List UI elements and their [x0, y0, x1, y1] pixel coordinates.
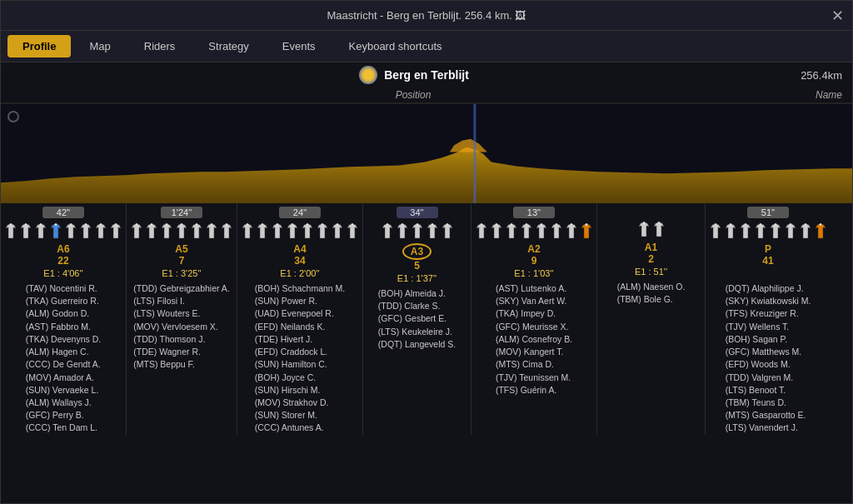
- profile-chart: [1, 103, 852, 203]
- tab-strategy[interactable]: Strategy: [193, 35, 263, 57]
- svg-point-11: [136, 223, 138, 226]
- tab-keyboard[interactable]: Keyboard shortcuts: [334, 35, 457, 57]
- svg-point-38: [586, 223, 588, 226]
- svg-point-36: [556, 223, 558, 226]
- svg-point-32: [496, 223, 498, 226]
- rider-icon: [205, 223, 218, 240]
- gap-badge-g4: 34'': [397, 207, 438, 218]
- svg-point-40: [657, 222, 660, 224]
- route-icon: [359, 66, 377, 84]
- tab-profile[interactable]: Profile: [7, 35, 71, 57]
- svg-point-33: [511, 223, 513, 226]
- rider-icon: [637, 222, 651, 238]
- riders-list-g7: (DQT) Alaphilippe J.(SKY) Kwiatkowski M.…: [726, 282, 811, 435]
- svg-point-41: [715, 223, 717, 226]
- list-item: (UAD) Evenepoel R.: [255, 307, 346, 320]
- list-item: (ALM) Naesen O.: [617, 281, 686, 293]
- rider-icon: [565, 223, 578, 240]
- list-item: (TAV) Nocentini R.: [26, 282, 101, 295]
- route-header: Berg en Terblijt 256.4km: [1, 62, 852, 87]
- rider-icon: [160, 223, 173, 240]
- list-item: (BOH) Schachmann M.: [255, 282, 346, 295]
- rider-icon: [316, 223, 329, 240]
- svg-point-9: [100, 223, 102, 226]
- group-count-g1: 22: [57, 255, 68, 267]
- list-item: (CCC) Antunes A.: [255, 422, 346, 434]
- list-item: (CCC) De Gendt A.: [26, 358, 101, 371]
- svg-marker-1: [450, 139, 487, 152]
- group-code-g7: P: [765, 243, 771, 255]
- list-item: (TBM) Bole G.: [617, 293, 686, 306]
- svg-point-15: [196, 223, 198, 226]
- rider-icon: [550, 223, 563, 240]
- list-item: (SUN) Storer M.: [255, 409, 346, 422]
- group-code-g6: A1: [645, 242, 657, 253]
- list-item: (TDD) Valgren M.: [726, 372, 811, 384]
- rider-icon: [271, 223, 284, 240]
- riders-list-g6: (ALM) Naesen O.(TBM) Bole G.: [617, 281, 686, 306]
- rider-icon: [64, 223, 77, 240]
- rider-icon: [286, 223, 299, 240]
- list-item: (TKA) Guerreiro R.: [26, 295, 101, 307]
- riders-list-g5: (AST) Lutsenko A.(SKY) Van Aert W.(TKA) …: [496, 282, 572, 397]
- tab-map[interactable]: Map: [74, 35, 125, 57]
- svg-point-21: [292, 223, 294, 226]
- rider-icon: [346, 223, 359, 240]
- list-item: (SUN) Hirschi M.: [255, 384, 346, 397]
- rider-icons-g2: [130, 223, 233, 240]
- list-item: (MTS) Cima D.: [496, 358, 572, 371]
- tab-riders[interactable]: Riders: [129, 35, 191, 57]
- rider-icon: [4, 223, 17, 240]
- list-item: (AST) Fabbro M.: [26, 321, 101, 333]
- list-item: (BOH) Almeida J.: [378, 287, 456, 300]
- list-item: (TDE) Hivert J.: [255, 333, 346, 346]
- list-item: (TBM) Teuns D.: [726, 397, 811, 409]
- rider-icon: [381, 223, 394, 240]
- list-item: (EFD) Craddock L.: [255, 346, 346, 358]
- rider-icon: [652, 222, 666, 238]
- tab-events[interactable]: Events: [267, 35, 331, 57]
- rider-icon: [396, 223, 409, 240]
- rider-icon: [331, 223, 344, 240]
- group-code-g4: A3: [402, 243, 431, 260]
- group-count-g2: 7: [179, 255, 185, 267]
- group-col-g1: 42'' A622E1 : 4'06''(TAV) Nocentini R.(T…: [1, 203, 127, 435]
- list-item: (GFC) Meurisse X.: [496, 321, 572, 333]
- svg-point-8: [85, 223, 87, 226]
- group-eta-g3: E1 : 2'00'': [280, 268, 319, 278]
- groups-container: 42'' A622E1 : 4'06''(TAV) Nocentini R.(T…: [1, 203, 852, 435]
- riders-list-g1: (TAV) Nocentini R.(TKA) Guerreiro R.(ALM…: [26, 282, 101, 435]
- group-eta-g4: E1 : 1'37'': [397, 273, 436, 283]
- svg-point-16: [211, 223, 213, 226]
- list-item: (LTS) Keukeleire J.: [378, 326, 456, 338]
- rider-icon: [175, 223, 188, 240]
- close-button[interactable]: ✕: [831, 7, 844, 25]
- list-item: (SUN) Power R.: [255, 295, 346, 307]
- tab-bar: Profile Map Riders Strategy Events Keybo…: [1, 31, 852, 62]
- list-item: (SUN) Hamilton C.: [255, 358, 346, 371]
- rider-icon: [475, 223, 488, 240]
- rider-icon: [34, 223, 47, 240]
- list-item: (AST) Lutsenko A.: [496, 282, 572, 295]
- window-title: Maastricht - Berg en Terblijt. 256.4 km.…: [327, 9, 526, 22]
- route-km: 256.4km: [801, 69, 842, 82]
- list-item: (TDD) Clarke S.: [378, 300, 456, 312]
- group-col-g2: 1'24'' A57E1 : 3'25''(TDD) Gebreigzabhie…: [127, 203, 237, 435]
- rider-icon: [79, 223, 92, 240]
- name-header: Name: [816, 89, 842, 101]
- list-item: (MOV) Vervloesem X.: [133, 321, 230, 333]
- main-content: Berg en Terblijt 256.4km Position Name: [1, 62, 852, 503]
- gap-badge-g3: 24'': [279, 207, 321, 218]
- list-item: (TKA) Impey D.: [496, 307, 572, 320]
- rider-icons-g3: [241, 223, 359, 240]
- svg-point-3: [10, 223, 12, 226]
- svg-point-10: [115, 223, 117, 226]
- main-window: Maastricht - Berg en Terblijt. 256.4 km.…: [0, 0, 853, 504]
- svg-point-24: [337, 223, 339, 226]
- rider-icon: [505, 223, 518, 240]
- svg-point-35: [541, 223, 543, 226]
- list-item: (EFD) Woods M.: [726, 358, 811, 371]
- rider-icon: [709, 223, 722, 240]
- rider-icon: [256, 223, 269, 240]
- position-header: Position: [396, 89, 431, 101]
